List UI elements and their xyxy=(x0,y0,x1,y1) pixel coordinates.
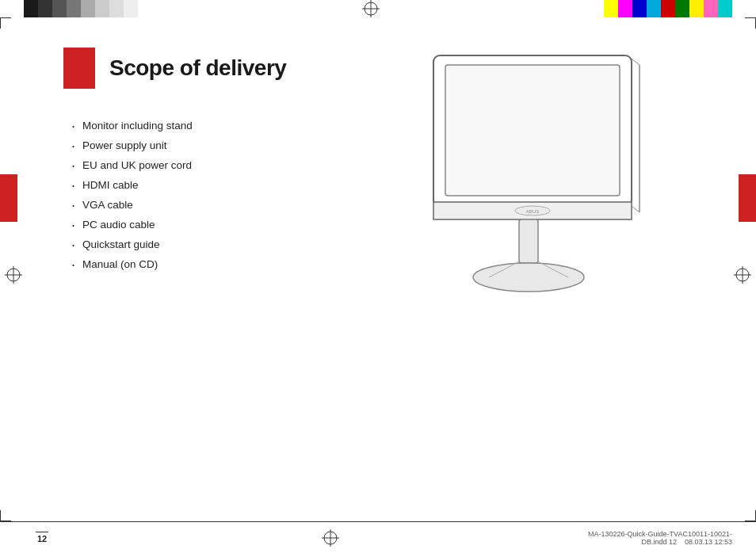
list-item: Power supply unit xyxy=(71,136,349,156)
list-item: HDMI cable xyxy=(71,176,349,196)
footer-right: MA-130226-Quick-Guide-TVAC10011-10021-DB… xyxy=(574,530,732,546)
footer: 12 MA-130226-Quick-Guide-TVAC10011-10021… xyxy=(0,521,756,553)
list-item: Monitor including stand xyxy=(71,116,349,136)
red-square-accent xyxy=(63,48,95,89)
page-number: 12 xyxy=(36,532,48,543)
list-item: EU and UK power cord xyxy=(71,156,349,176)
registration-mark-footer xyxy=(322,529,339,547)
list-item: PC audio cable xyxy=(71,215,349,235)
list-item: VGA cable xyxy=(71,196,349,215)
list-item: Manual (on CD) xyxy=(71,255,349,275)
svg-line-16 xyxy=(632,59,640,65)
svg-line-17 xyxy=(632,206,640,212)
footer-left: 12 xyxy=(24,531,87,545)
content-body: Scope of delivery Monitor including stan… xyxy=(0,0,756,364)
corner-mark-bl xyxy=(0,510,11,521)
svg-rect-14 xyxy=(519,219,538,263)
page-title: Scope of delivery xyxy=(109,55,286,81)
list-item: Quickstart guide xyxy=(71,235,349,255)
corner-mark-br xyxy=(745,510,756,521)
svg-rect-10 xyxy=(445,65,620,196)
svg-text:ABUS: ABUS xyxy=(526,209,539,214)
title-block: Scope of delivery xyxy=(63,48,349,89)
monitor-illustration-section: ABUS xyxy=(365,48,693,333)
monitor-svg: ABUS xyxy=(410,48,647,333)
delivery-items-list: Monitor including stand Power supply uni… xyxy=(63,116,349,275)
left-section: Scope of delivery Monitor including stan… xyxy=(63,48,365,333)
footer-date: 08.03.13 12:53 xyxy=(685,538,732,546)
footer-center-reg xyxy=(87,529,574,547)
